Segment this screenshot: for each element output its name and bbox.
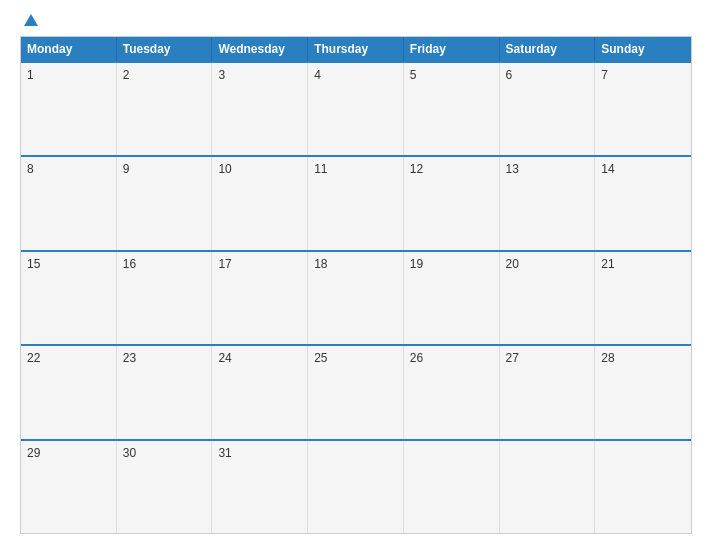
cal-cell: 19	[404, 252, 500, 344]
day-number: 11	[314, 162, 327, 176]
day-number: 22	[27, 351, 40, 365]
cal-cell	[404, 441, 500, 533]
header-cell-tuesday: Tuesday	[117, 37, 213, 61]
week-row-1: 1234567	[21, 61, 691, 155]
cal-cell: 25	[308, 346, 404, 438]
cal-cell: 29	[21, 441, 117, 533]
calendar-page: MondayTuesdayWednesdayThursdayFridaySatu…	[0, 0, 712, 550]
logo-triangle-icon	[24, 14, 38, 26]
cal-cell: 30	[117, 441, 213, 533]
cal-cell: 13	[500, 157, 596, 249]
day-number: 2	[123, 68, 130, 82]
day-number: 23	[123, 351, 136, 365]
cal-cell: 23	[117, 346, 213, 438]
day-number: 19	[410, 257, 423, 271]
header-cell-wednesday: Wednesday	[212, 37, 308, 61]
calendar-header: MondayTuesdayWednesdayThursdayFridaySatu…	[21, 37, 691, 61]
cal-cell: 2	[117, 63, 213, 155]
cal-cell: 28	[595, 346, 691, 438]
day-number: 30	[123, 446, 136, 460]
cal-cell: 11	[308, 157, 404, 249]
cal-cell: 4	[308, 63, 404, 155]
day-number: 24	[218, 351, 231, 365]
cal-cell: 12	[404, 157, 500, 249]
day-number: 15	[27, 257, 40, 271]
cal-cell: 26	[404, 346, 500, 438]
logo-blue-row	[20, 16, 38, 26]
day-number: 26	[410, 351, 423, 365]
day-number: 1	[27, 68, 34, 82]
cal-cell: 17	[212, 252, 308, 344]
day-number: 12	[410, 162, 423, 176]
day-number: 31	[218, 446, 231, 460]
header-cell-thursday: Thursday	[308, 37, 404, 61]
header-cell-friday: Friday	[404, 37, 500, 61]
day-number: 28	[601, 351, 614, 365]
cal-cell: 21	[595, 252, 691, 344]
day-number: 7	[601, 68, 608, 82]
day-number: 29	[27, 446, 40, 460]
day-number: 8	[27, 162, 34, 176]
day-number: 27	[506, 351, 519, 365]
day-number: 10	[218, 162, 231, 176]
header-cell-monday: Monday	[21, 37, 117, 61]
cal-cell: 24	[212, 346, 308, 438]
week-row-4: 22232425262728	[21, 344, 691, 438]
calendar-grid: MondayTuesdayWednesdayThursdayFridaySatu…	[20, 36, 692, 534]
cal-cell	[500, 441, 596, 533]
day-number: 9	[123, 162, 130, 176]
cal-cell: 16	[117, 252, 213, 344]
cal-cell: 6	[500, 63, 596, 155]
cal-cell: 14	[595, 157, 691, 249]
day-number: 17	[218, 257, 231, 271]
cal-cell: 3	[212, 63, 308, 155]
day-number: 18	[314, 257, 327, 271]
day-number: 3	[218, 68, 225, 82]
week-row-5: 293031	[21, 439, 691, 533]
day-number: 5	[410, 68, 417, 82]
cal-cell: 27	[500, 346, 596, 438]
cal-cell: 5	[404, 63, 500, 155]
cal-cell: 18	[308, 252, 404, 344]
week-row-3: 15161718192021	[21, 250, 691, 344]
cal-cell: 20	[500, 252, 596, 344]
day-number: 14	[601, 162, 614, 176]
cal-cell: 1	[21, 63, 117, 155]
day-number: 4	[314, 68, 321, 82]
cal-cell: 9	[117, 157, 213, 249]
day-number: 6	[506, 68, 513, 82]
page-header	[20, 16, 692, 26]
cal-cell: 8	[21, 157, 117, 249]
day-number: 21	[601, 257, 614, 271]
week-row-2: 891011121314	[21, 155, 691, 249]
header-cell-saturday: Saturday	[500, 37, 596, 61]
cal-cell	[308, 441, 404, 533]
cal-cell: 7	[595, 63, 691, 155]
day-number: 20	[506, 257, 519, 271]
day-number: 25	[314, 351, 327, 365]
cal-cell: 10	[212, 157, 308, 249]
cal-cell: 15	[21, 252, 117, 344]
calendar-body: 1234567891011121314151617181920212223242…	[21, 61, 691, 533]
day-number: 13	[506, 162, 519, 176]
cal-cell: 22	[21, 346, 117, 438]
day-number: 16	[123, 257, 136, 271]
cal-cell: 31	[212, 441, 308, 533]
cal-cell	[595, 441, 691, 533]
logo	[20, 16, 38, 26]
header-cell-sunday: Sunday	[595, 37, 691, 61]
